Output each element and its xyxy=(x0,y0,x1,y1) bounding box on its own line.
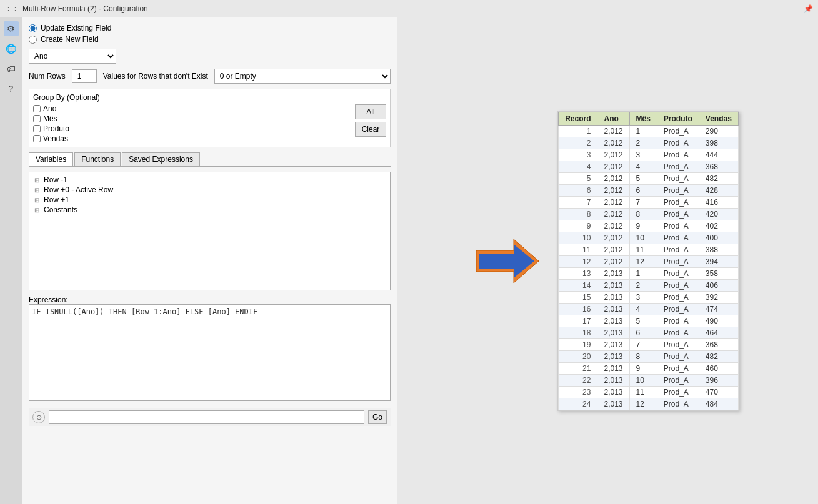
table-cell: 24 xyxy=(559,398,597,410)
radio-group: Update Existing Field Create New Field xyxy=(29,24,391,44)
tree-item-row-active[interactable]: ⊞ Row +0 - Active Row xyxy=(32,185,387,195)
table-cell: 400 xyxy=(699,232,738,244)
bottom-input[interactable] xyxy=(49,410,364,424)
table-cell: Prod_A xyxy=(657,291,699,303)
table-cell: 406 xyxy=(699,279,738,291)
table-cell: 420 xyxy=(699,208,738,220)
table-body: 12,0121Prod_A29022,0122Prod_A39832,0123P… xyxy=(559,125,739,410)
table-cell: 460 xyxy=(699,362,738,374)
checkbox-vendas[interactable]: Vendas xyxy=(33,134,351,143)
tag-icon[interactable]: 🏷 xyxy=(4,61,19,76)
expression-textarea[interactable]: IF ISNULL([Ano]) THEN [Row-1:Ano] ELSE [… xyxy=(29,304,391,401)
table-cell: 416 xyxy=(699,196,738,208)
table-cell: 13 xyxy=(559,267,597,279)
table-cell: 2 xyxy=(559,137,597,149)
checkbox-produto-input[interactable] xyxy=(33,125,41,132)
tree-item-constants[interactable]: ⊞ Constants xyxy=(32,205,387,215)
field-select[interactable]: Ano Mês Produto Vendas xyxy=(29,49,116,64)
table-cell: Prod_A xyxy=(657,315,699,327)
checkbox-list: Ano Mês Produto Vendas xyxy=(33,104,351,143)
expand-icon-constants: ⊞ xyxy=(34,207,42,214)
go-button[interactable]: Go xyxy=(368,410,387,424)
table-cell: Prod_A xyxy=(657,398,699,410)
clear-button[interactable]: Clear xyxy=(355,122,386,137)
table-cell: 2,012 xyxy=(597,149,629,161)
tab-variables[interactable]: Variables xyxy=(29,152,73,166)
num-rows-label: Num Rows xyxy=(29,72,66,81)
table-cell: Prod_A xyxy=(657,362,699,374)
values-select[interactable]: 0 or Empty Null Previous Row xyxy=(214,69,391,84)
table-cell: 4 xyxy=(629,161,657,172)
expand-icon-row-active: ⊞ xyxy=(34,187,42,194)
tree-item-row-minus1[interactable]: ⊞ Row -1 xyxy=(32,175,387,185)
values-label: Values for Rows that don't Exist xyxy=(103,72,208,81)
table-row: 62,0126Prod_A428 xyxy=(559,184,739,196)
update-existing-radio-label[interactable]: Update Existing Field xyxy=(29,24,391,32)
table-cell: 1 xyxy=(629,267,657,279)
table-cell: 6 xyxy=(629,327,657,338)
globe-icon[interactable]: 🌐 xyxy=(4,41,19,56)
table-cell: Prod_A xyxy=(657,184,699,196)
table-cell: 7 xyxy=(629,196,657,208)
table-cell: 388 xyxy=(699,244,738,255)
checkbox-vendas-input[interactable] xyxy=(33,135,41,142)
table-row: 92,0129Prod_A402 xyxy=(559,220,739,232)
pin-icon[interactable]: 📌 xyxy=(804,4,813,13)
table-row: 12,0121Prod_A290 xyxy=(559,125,739,137)
table-cell: 402 xyxy=(699,220,738,232)
num-rows-input[interactable] xyxy=(72,69,97,83)
main-layout: ⚙ 🌐 🏷 ? Update Existing Field Create New… xyxy=(0,17,818,504)
table-cell: Prod_A xyxy=(657,137,699,149)
table-row: 72,0127Prod_A416 xyxy=(559,196,739,208)
all-button[interactable]: All xyxy=(355,104,386,119)
checkbox-mes[interactable]: Mês xyxy=(33,114,351,123)
update-existing-radio[interactable] xyxy=(29,24,37,32)
checkbox-mes-input[interactable] xyxy=(33,115,41,122)
table-cell: 2,013 xyxy=(597,291,629,303)
expression-section: Expression: IF ISNULL([Ano]) THEN [Row-1… xyxy=(29,295,391,403)
config-panel: Update Existing Field Create New Field A… xyxy=(22,17,397,504)
create-new-radio-label[interactable]: Create New Field xyxy=(29,35,391,44)
table-cell: 6 xyxy=(629,184,657,196)
col-header-record: Record xyxy=(559,112,597,125)
table-cell: 5 xyxy=(559,172,597,184)
table-cell: 484 xyxy=(699,398,738,410)
group-by-section: Group By (Optional) Ano Mês Produto xyxy=(29,89,391,147)
create-new-radio[interactable] xyxy=(29,36,37,44)
tab-functions[interactable]: Functions xyxy=(74,152,121,166)
checkbox-ano-input[interactable] xyxy=(33,105,41,112)
table-cell: 358 xyxy=(699,267,738,279)
checkbox-ano[interactable]: Ano xyxy=(33,104,351,113)
table-cell: 11 xyxy=(629,244,657,255)
title-bar: ⋮⋮ Multi-Row Formula (2) - Configuration… xyxy=(0,0,818,17)
minimize-icon[interactable]: ─ xyxy=(794,4,800,13)
svg-marker-1 xyxy=(479,244,534,278)
table-cell: 482 xyxy=(699,350,738,362)
table-cell: 12 xyxy=(559,255,597,267)
table-cell: 470 xyxy=(699,386,738,398)
table-row: 52,0125Prod_A482 xyxy=(559,172,739,184)
table-cell: 22 xyxy=(559,374,597,386)
table-cell: 5 xyxy=(629,315,657,327)
table-cell: Prod_A xyxy=(657,125,699,137)
table-cell: 3 xyxy=(559,149,597,161)
help-icon[interactable]: ? xyxy=(4,81,19,96)
table-cell: 2,013 xyxy=(597,338,629,350)
table-cell: 7 xyxy=(629,338,657,350)
table-cell: 2,012 xyxy=(597,184,629,196)
table-row: 202,0138Prod_A482 xyxy=(559,350,739,362)
table-cell: 1 xyxy=(559,125,597,137)
table-cell: Prod_A xyxy=(657,267,699,279)
settings-icon[interactable]: ⚙ xyxy=(4,21,19,36)
checkbox-produto[interactable]: Produto xyxy=(33,124,351,133)
tab-saved-expressions[interactable]: Saved Expressions xyxy=(122,152,200,166)
table-row: 172,0135Prod_A490 xyxy=(559,315,739,327)
table-cell: 1 xyxy=(629,125,657,137)
table-cell: 12 xyxy=(629,255,657,267)
table-cell: 7 xyxy=(559,196,597,208)
tree-item-row-plus1[interactable]: ⊞ Row +1 xyxy=(32,195,387,205)
table-cell: 23 xyxy=(559,386,597,398)
table-cell: Prod_A xyxy=(657,149,699,161)
table-row: 222,01310Prod_A396 xyxy=(559,374,739,386)
table-cell: 394 xyxy=(699,255,738,267)
